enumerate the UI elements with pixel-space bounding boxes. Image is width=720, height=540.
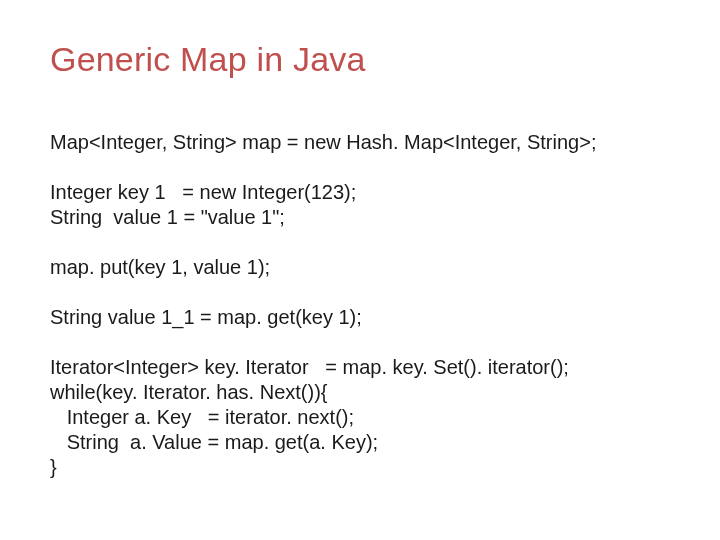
code-line: Iterator<Integer> key. Iterator = map. k…: [50, 356, 569, 378]
code-line: String value 1 = "value 1";: [50, 206, 285, 228]
code-block: Map<Integer, String> map = new Hash. Map…: [50, 105, 670, 480]
code-line: map. put(key 1, value 1);: [50, 256, 270, 278]
code-line: while(key. Iterator. has. Next()){: [50, 381, 328, 403]
slide-title: Generic Map in Java: [50, 40, 670, 79]
code-line: Integer a. Key = iterator. next();: [50, 406, 354, 428]
code-line: }: [50, 456, 57, 478]
code-line: String value 1_1 = map. get(key 1);: [50, 306, 362, 328]
code-line: Integer key 1 = new Integer(123);: [50, 181, 356, 203]
code-line: Map<Integer, String> map = new Hash. Map…: [50, 131, 596, 153]
slide: Generic Map in Java Map<Integer, String>…: [0, 0, 720, 540]
code-line: String a. Value = map. get(a. Key);: [50, 431, 378, 453]
